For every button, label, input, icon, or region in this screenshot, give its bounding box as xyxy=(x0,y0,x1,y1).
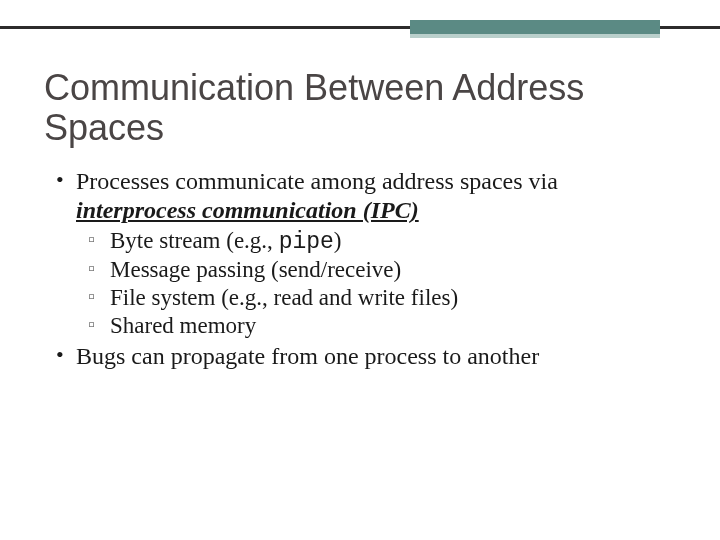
slide-title: Communication Between Address Spaces xyxy=(44,68,676,149)
sub-bullet-1: Byte stream (e.g., pipe) xyxy=(108,227,676,256)
sub-bullet-2: Message passing (send/receive) xyxy=(108,256,676,284)
bar-accent xyxy=(410,20,660,34)
bullet-list: Processes communicate among address spac… xyxy=(50,167,676,372)
bullet-1-text: Processes communicate among address spac… xyxy=(76,168,558,194)
slide: Communication Between Address Spaces Pro… xyxy=(0,0,720,540)
bullet-1-ipc: interprocess communication (IPC) xyxy=(76,197,419,223)
sub-bullet-1-mono: pipe xyxy=(279,229,334,255)
sub-bullet-1-pre: Byte stream (e.g., xyxy=(110,228,279,253)
sub-bullet-1-post: ) xyxy=(334,228,342,253)
bullet-1: Processes communicate among address spac… xyxy=(74,167,676,341)
sub-bullet-4: Shared memory xyxy=(108,312,676,340)
sub-bullet-3: File system (e.g., read and write files) xyxy=(108,284,676,312)
decorative-top-bar xyxy=(0,20,720,38)
sub-bullet-list: Byte stream (e.g., pipe) Message passing… xyxy=(82,227,676,340)
bullet-2: Bugs can propagate from one process to a… xyxy=(74,342,676,371)
bar-accent-light xyxy=(410,34,660,38)
